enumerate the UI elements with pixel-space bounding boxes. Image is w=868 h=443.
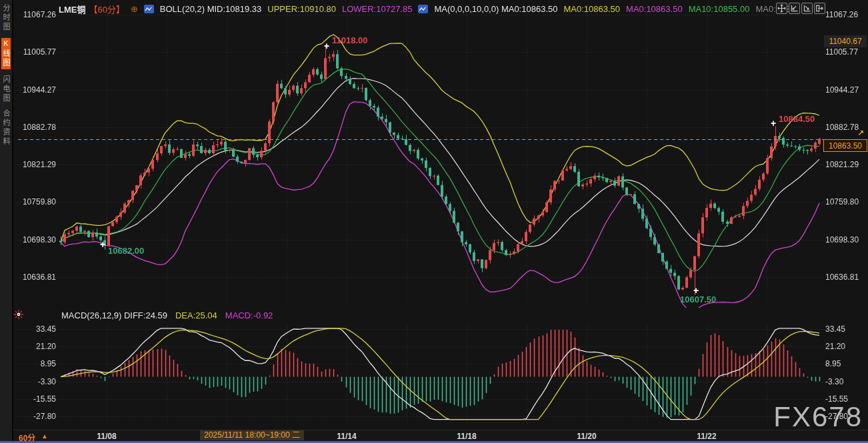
date-label: 11/22 (697, 432, 716, 441)
price-tick-left: 10944.27 (16, 85, 56, 95)
price-marker-label: 10884.50 (779, 114, 815, 124)
macd-tick-left: -3.30 (16, 377, 56, 386)
boll-values: BOLL(20,2) MID:10819.33 (160, 4, 261, 14)
price-tick-right: 10698.30 (825, 235, 867, 244)
boll-lower-value: LOWER:10727.85 (342, 4, 413, 14)
move-icon[interactable] (776, 3, 787, 14)
macd-tick-left: 8.95 (16, 359, 56, 368)
date-label: 11/14 (337, 432, 356, 441)
macd-tick-right: 8.95 (825, 359, 867, 368)
price-tick-right: 10821.29 (825, 160, 867, 169)
macd-header: MACD(26,12,9) DIFF:24.59 DEA:25.04 MACD:… (61, 310, 273, 320)
price-marker-cross: + (771, 119, 776, 127)
boll-indicator-icon[interactable] (144, 5, 154, 13)
session-high-price-box: 11040.67 (824, 35, 867, 47)
kline-chart-canvas[interactable] (0, 0, 868, 443)
period-label[interactable]: 【60分】 (89, 3, 124, 15)
price-tick-left: 10882.78 (16, 123, 56, 132)
macd-tick-right: -3.30 (825, 377, 867, 386)
macd-dea-value: DEA:25.04 (175, 310, 217, 320)
ma0-yellow-value: MA0:10863.50 (563, 4, 620, 14)
price-marker-cross: + (100, 240, 105, 248)
chart-header: LME铜 【60分】 ⊕ BOLL(20,2) MID:10819.33 UPP… (15, 0, 815, 17)
price-tick-left: 10698.30 (16, 235, 56, 244)
price-tick-right: 10636.81 (825, 272, 867, 282)
sidebar: 分时图 K线图 闪电图 合约资料 (0, 0, 13, 443)
ma10-green-value: MA10:10855.00 (689, 4, 750, 14)
price-marker-label: 10607.50 (680, 294, 716, 304)
settings-circle-icon[interactable]: ⊕ (131, 4, 138, 14)
macd-tick-left: 21.20 (16, 342, 56, 351)
sidebar-item-kline-chart[interactable]: K线图 (1, 38, 11, 69)
axis-zoom-out-icon[interactable] (801, 3, 813, 14)
price-marker-label: 10682.00 (108, 246, 144, 256)
fx678-watermark: FX678 (773, 401, 863, 433)
price-tick-right: 11005.77 (825, 47, 867, 57)
sidebar-item-time-chart[interactable]: 分时图 (1, 4, 11, 32)
price-tick-left: 11005.77 (16, 47, 56, 57)
price-tick-left: 10636.81 (16, 272, 56, 282)
period-dropdown-icon[interactable]: ▲ (41, 432, 48, 440)
macd-tick-right: 21.20 (825, 342, 867, 351)
price-tick-right: 11067.26 (825, 10, 867, 19)
price-tick-right: 10759.80 (825, 197, 867, 207)
macd-tick-left: -15.55 (16, 394, 56, 404)
macd-tick-right: 33.45 (825, 324, 867, 334)
ma-indicator-icon[interactable] (418, 5, 428, 13)
sidebar-item-contract-info[interactable]: 合约资料 (1, 109, 11, 147)
price-tick-right: 10882.78 (825, 123, 867, 132)
macd-tick-left: 33.45 (16, 324, 56, 334)
boll-upper-value: UPPER:10910.80 (267, 4, 336, 14)
sidebar-item-lightning-chart[interactable]: 闪电图 (1, 75, 11, 103)
exit-fullscreen-icon[interactable] (814, 3, 825, 14)
macd-title: MACD(26,12,9) DIFF:24.59 (61, 310, 167, 320)
ma-values: MA(0,0,0,10,0,0) MA0:10863.50 (434, 4, 557, 14)
last-price-box: 10863.50 (823, 139, 867, 152)
price-tick-left: 10821.29 (16, 160, 56, 169)
price-marker-label: 11018.00 (332, 35, 368, 45)
symbol-name: LME铜 (59, 3, 85, 15)
ma0-magenta-value: MA0:10863.50 (626, 4, 683, 14)
indicator-settings-icon[interactable] (13, 309, 24, 322)
cursor-time-label: 2025/11/11 18:00~19:00 二 (200, 430, 304, 440)
price-tick-right: 10944.27 (825, 85, 867, 95)
price-tick-left: 11067.26 (16, 10, 56, 19)
macd-hist-value: MACD:-0.92 (225, 310, 273, 320)
chart-toolbar (776, 3, 825, 14)
date-label: 11/20 (577, 432, 596, 441)
date-label: 11/18 (457, 432, 476, 441)
price-marker-cross: + (693, 286, 699, 294)
macd-tick-left: -27.80 (16, 412, 56, 421)
axis-zoom-in-icon[interactable] (789, 3, 800, 14)
time-axis-bar (0, 430, 868, 441)
price-tick-left: 10759.80 (16, 197, 56, 207)
date-label: 11/08 (97, 432, 116, 441)
price-marker-cross: + (324, 42, 329, 50)
